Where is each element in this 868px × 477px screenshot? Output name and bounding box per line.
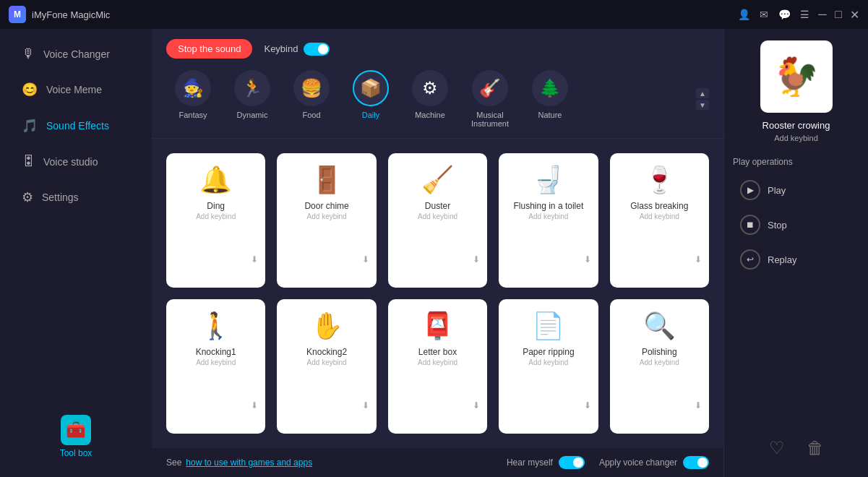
toolbox-label: Tool box (60, 448, 93, 458)
category-dynamic-label: Dynamic (237, 111, 268, 119)
chat-icon[interactable]: 💬 (777, 7, 791, 22)
stop-sound-button[interactable]: Stop the sound (166, 39, 252, 59)
door-chime-name: Door chime (304, 201, 348, 211)
polishing-icon: 🔍 (643, 311, 676, 341)
flushing-name: Flushing in a toilet (514, 201, 584, 211)
letter-box-keybind[interactable]: Add keybind (418, 358, 457, 366)
duster-icon: 🧹 (421, 165, 454, 195)
how-to-use-link[interactable]: how to use with games and apps (186, 457, 312, 468)
stop-icon: ⏹ (740, 215, 760, 235)
sound-preview: 🐓 (760, 40, 833, 113)
category-machine[interactable]: ⚙ Machine (403, 66, 457, 132)
sound-card-polishing[interactable]: 🔍 ⬇ Polishing Add keybind (610, 299, 709, 434)
sidebar-item-voice-changer[interactable]: 🎙 Voice Changer (7, 38, 145, 70)
sound-card-flushing[interactable]: 🚽 ⬇ Flushing in a toilet Add keybind (499, 153, 598, 288)
app-logo: M (9, 6, 26, 23)
play-operations-title: Play operations (733, 157, 793, 167)
glass-breaking-download-icon: ⬇ (695, 254, 702, 265)
musical-icon: 🎸 (472, 70, 508, 106)
play-button[interactable]: ▶ Play (733, 174, 859, 206)
ding-download-icon: ⬇ (251, 254, 258, 265)
toolbox-icon: 🧰 (61, 415, 91, 445)
maximize-button[interactable]: □ (833, 9, 843, 20)
ding-keybind[interactable]: Add keybind (196, 212, 236, 220)
sidebar-item-voice-studio[interactable]: 🎛 Voice studio (7, 145, 145, 178)
toolbox-button[interactable]: 🧰 Tool box (60, 415, 93, 458)
polishing-name: Polishing (642, 347, 677, 357)
ding-icon: 🔔 (199, 165, 232, 195)
sidebar-bottom: 🧰 Tool box (0, 408, 152, 470)
letter-box-name: Letter box (418, 347, 457, 357)
flushing-keybind[interactable]: Add keybind (528, 212, 568, 220)
category-musical[interactable]: 🎸 Musical Instrument (463, 66, 517, 132)
sound-card-knocking2[interactable]: ✋ ⬇ Knocking2 Add keybind (277, 299, 376, 434)
glass-breaking-name: Glass breaking (630, 201, 688, 211)
right-panel-sound-name: Rooster crowing (762, 120, 830, 131)
paper-ripping-keybind[interactable]: Add keybind (528, 358, 568, 366)
paper-ripping-icon: 📄 (532, 311, 564, 341)
sound-card-knocking1[interactable]: 🚶 ⬇ Knocking1 Add keybind (166, 299, 265, 434)
sidebar-label-settings: Settings (42, 192, 79, 203)
sound-card-duster[interactable]: 🧹 ⬇ Duster Add keybind (388, 153, 487, 288)
category-nature-label: Nature (538, 111, 562, 119)
fantasy-icon: 🧙 (175, 70, 211, 106)
polishing-download-icon: ⬇ (695, 400, 702, 411)
knocking1-icon: 🚶 (199, 311, 232, 341)
paper-ripping-download-icon: ⬇ (584, 400, 591, 411)
door-chime-keybind[interactable]: Add keybind (307, 212, 347, 220)
apply-voice-changer-toggle[interactable] (683, 456, 709, 469)
category-food-label: Food (302, 111, 320, 119)
right-panel-keybind[interactable]: Add keybind (774, 134, 818, 142)
sound-card-paper-ripping[interactable]: 📄 ⬇ Paper ripping Add keybind (499, 299, 598, 434)
sidebar-item-settings[interactable]: ⚙ Settings (7, 181, 145, 214)
app-body: 🎙 Voice Changer 😊 Voice Meme 🎵 Sound Eff… (0, 29, 868, 477)
machine-icon: ⚙ (412, 70, 448, 106)
sidebar-item-sound-effects[interactable]: 🎵 Sound Effects (7, 109, 145, 142)
glass-breaking-keybind[interactable]: Add keybind (640, 212, 679, 220)
scroll-down-arrow[interactable]: ▼ (696, 100, 709, 110)
hear-myself-group: Hear myself (507, 456, 585, 469)
sound-grid: 🔔 ⬇ Ding Add keybind 🚪 ⬇ Door chime Add … (152, 139, 723, 448)
delete-icon[interactable]: 🗑 (807, 438, 824, 458)
category-daily[interactable]: 📦 Daily (344, 66, 398, 132)
close-button[interactable]: ✕ (849, 9, 859, 20)
duster-name: Duster (425, 201, 450, 211)
hear-myself-toggle[interactable] (559, 456, 585, 469)
title-bar-controls: 👤 ✉ 💬 ☰ ─ □ ✕ (736, 7, 859, 22)
knocking1-keybind[interactable]: Add keybind (196, 358, 236, 366)
duster-keybind[interactable]: Add keybind (418, 212, 457, 220)
polishing-keybind[interactable]: Add keybind (640, 358, 679, 366)
scroll-up-arrow[interactable]: ▲ (696, 88, 709, 98)
category-food[interactable]: 🍔 Food (285, 66, 338, 132)
sound-card-glass-breaking[interactable]: 🍷 ⬇ Glass breaking Add keybind (610, 153, 709, 288)
sidebar-item-voice-meme[interactable]: 😊 Voice Meme (7, 73, 145, 106)
sound-card-door-chime[interactable]: 🚪 ⬇ Door chime Add keybind (277, 153, 376, 288)
keybind-toggle[interactable] (304, 43, 330, 56)
user-icon[interactable]: 👤 (736, 7, 751, 22)
door-chime-download-icon: ⬇ (362, 254, 369, 265)
app-title: iMyFone MagicMic (32, 9, 736, 20)
knocking1-download-icon: ⬇ (251, 400, 258, 411)
music-icon: 🎵 (22, 118, 38, 134)
mail-icon[interactable]: ✉ (757, 7, 771, 22)
sound-card-letter-box[interactable]: 📮 ⬇ Letter box Add keybind (388, 299, 487, 434)
ding-name: Ding (207, 201, 225, 211)
category-nature[interactable]: 🌲 Nature (523, 66, 577, 132)
minimize-button[interactable]: ─ (817, 9, 828, 20)
stop-button[interactable]: ⏹ Stop (733, 209, 859, 241)
knocking2-keybind[interactable]: Add keybind (307, 358, 347, 366)
letter-box-download-icon: ⬇ (473, 400, 480, 411)
play-icon: ▶ (740, 180, 760, 200)
favorite-icon[interactable]: ♡ (769, 438, 785, 458)
bottom-see-text: See (166, 457, 181, 468)
sound-card-ding[interactable]: 🔔 ⬇ Ding Add keybind (166, 153, 265, 288)
microphone-icon: 🎙 (22, 46, 35, 61)
nature-icon: 🌲 (532, 70, 568, 106)
menu-icon[interactable]: ☰ (797, 7, 812, 22)
category-dynamic[interactable]: 🏃 Dynamic (225, 66, 279, 132)
category-fantasy-label: Fantasy (179, 111, 207, 119)
emoji-icon: 😊 (22, 82, 38, 98)
category-fantasy[interactable]: 🧙 Fantasy (166, 66, 220, 132)
replay-icon: ↩ (740, 249, 760, 270)
replay-button[interactable]: ↩ Replay (733, 244, 859, 275)
